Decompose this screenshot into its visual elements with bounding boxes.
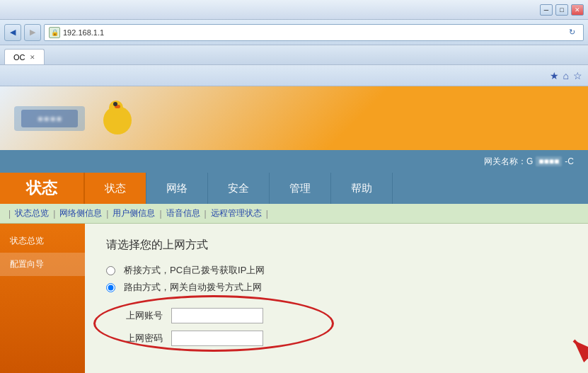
gateway-suffix: ■■■■ bbox=[536, 156, 562, 166]
sub-nav-sep5: | bbox=[266, 209, 268, 219]
main-nav: 状态 状态 网络 安全 管理 帮助 bbox=[0, 173, 588, 204]
side-label: 状态 bbox=[0, 173, 85, 204]
back-button[interactable]: ◀ bbox=[4, 24, 21, 41]
browser-tab[interactable]: OC ✕ bbox=[4, 49, 45, 64]
sidebar-item-status[interactable]: 状态总览 bbox=[0, 229, 85, 253]
field-row-account: 上网账号 bbox=[106, 308, 567, 323]
account-input[interactable] bbox=[171, 308, 263, 323]
gateway-label: 网关名称：G bbox=[484, 156, 533, 168]
nav-tab-status[interactable]: 状态 bbox=[85, 173, 146, 204]
title-bar: ─ □ ✕ bbox=[0, 0, 588, 20]
refresh-button[interactable]: ↻ bbox=[565, 25, 579, 40]
toolbar-bar: ★ ⌂ ☆ bbox=[0, 65, 588, 86]
sub-nav-sep2: | bbox=[106, 209, 108, 219]
sub-nav-item-1[interactable]: 网络侧信息 bbox=[59, 207, 102, 219]
sub-nav-item-3[interactable]: 语音信息 bbox=[166, 207, 200, 219]
account-label: 上网账号 bbox=[106, 309, 163, 322]
close-button[interactable]: ✕ bbox=[571, 4, 584, 16]
security-icon: 🔒 bbox=[49, 27, 60, 38]
router-logo: ■ ■ ■ ■ bbox=[14, 99, 137, 138]
radio-bridge-label: 桥接方式，PC自己拨号获取IP上网 bbox=[124, 264, 265, 277]
field-row-password: 上网密码 bbox=[106, 331, 567, 346]
header-wave bbox=[446, 86, 588, 150]
password-input[interactable] bbox=[171, 331, 263, 346]
sidebar-item-config[interactable]: 配置向导 bbox=[0, 253, 85, 276]
nav-tab-security[interactable]: 安全 bbox=[208, 173, 270, 204]
nav-bar: ◀ ▶ 🔒 192.168.1.1 ↻ bbox=[0, 20, 588, 45]
tab-close-icon[interactable]: ✕ bbox=[30, 54, 35, 61]
mascot-icon bbox=[98, 99, 137, 138]
sub-nav: | 状态总览 | 网络侧信息 | 用户侧信息 | 语音信息 | 远程管理状态 | bbox=[0, 204, 588, 224]
page-title: 请选择您的上网方式 bbox=[106, 238, 567, 253]
nav-tab-help[interactable]: 帮助 bbox=[331, 173, 393, 204]
radio-option-router[interactable]: 路由方式，网关自动拨号方式上网 bbox=[106, 281, 567, 294]
nav-tab-manage[interactable]: 管理 bbox=[270, 173, 331, 204]
maximize-button[interactable]: □ bbox=[555, 4, 568, 16]
page-content: 请选择您的上网方式 桥接方式，PC自己拨号获取IP上网 路由方式，网关自动拨号方… bbox=[85, 224, 588, 373]
sub-nav-sep4: | bbox=[204, 209, 207, 219]
forward-button[interactable]: ▶ bbox=[24, 24, 41, 41]
nav-strip: 网关名称：G ■■■■ -C bbox=[0, 150, 588, 173]
svg-line-1 bbox=[574, 340, 588, 369]
tab-title: OC bbox=[13, 53, 25, 62]
sub-nav-sep1: | bbox=[53, 209, 55, 219]
sub-nav-item-2[interactable]: 用户侧信息 bbox=[113, 207, 155, 219]
gateway-suffix-c: -C bbox=[565, 156, 574, 166]
side-label-text: 状态 bbox=[26, 178, 57, 199]
home-icon[interactable]: ⌂ bbox=[563, 70, 569, 81]
fields-container: 上网账号 上网密码 bbox=[106, 301, 567, 360]
sidebar: 状态总览 配置向导 bbox=[0, 224, 85, 373]
sub-nav-sep3: | bbox=[159, 209, 161, 219]
password-label: 上网密码 bbox=[106, 332, 163, 345]
router-ui: ■ ■ ■ ■ 网关名称：G ■■■■ -C 状态 状态 网络 安全 管理 bbox=[0, 86, 588, 373]
tab-bar: OC ✕ bbox=[0, 45, 588, 65]
nav-tab-network[interactable]: 网络 bbox=[146, 173, 208, 204]
browser-chrome: ─ □ ✕ ◀ ▶ 🔒 192.168.1.1 ↻ OC ✕ ★ ⌂ ☆ bbox=[0, 0, 588, 86]
settings-icon[interactable]: ☆ bbox=[573, 70, 582, 81]
nav-tabs: 状态 网络 安全 管理 帮助 bbox=[85, 173, 588, 204]
router-header: ■ ■ ■ ■ bbox=[0, 86, 588, 150]
radio-bridge[interactable] bbox=[106, 266, 115, 275]
logo-text-block: ■ ■ ■ ■ bbox=[14, 106, 85, 131]
radio-router-label: 路由方式，网关自动拨号方式上网 bbox=[124, 281, 262, 294]
radio-option-bridge[interactable]: 桥接方式，PC自己拨号获取IP上网 bbox=[106, 264, 567, 277]
sub-nav-item-0[interactable]: 状态总览 bbox=[15, 207, 49, 219]
sub-nav-sep0: | bbox=[8, 209, 11, 219]
favorites-icon[interactable]: ★ bbox=[550, 70, 559, 81]
radio-group: 桥接方式，PC自己拨号获取IP上网 路由方式，网关自动拨号方式上网 bbox=[106, 264, 567, 294]
address-bar[interactable]: 🔒 192.168.1.1 ↻ bbox=[44, 24, 584, 41]
content-area: 状态总览 配置向导 请选择您的上网方式 桥接方式，PC自己拨号获取IP上网 路由… bbox=[0, 224, 588, 373]
radio-router[interactable] bbox=[106, 283, 115, 292]
minimize-button[interactable]: ─ bbox=[540, 4, 553, 16]
sub-nav-item-4[interactable]: 远程管理状态 bbox=[211, 207, 262, 219]
address-text: 192.168.1.1 bbox=[63, 28, 565, 37]
